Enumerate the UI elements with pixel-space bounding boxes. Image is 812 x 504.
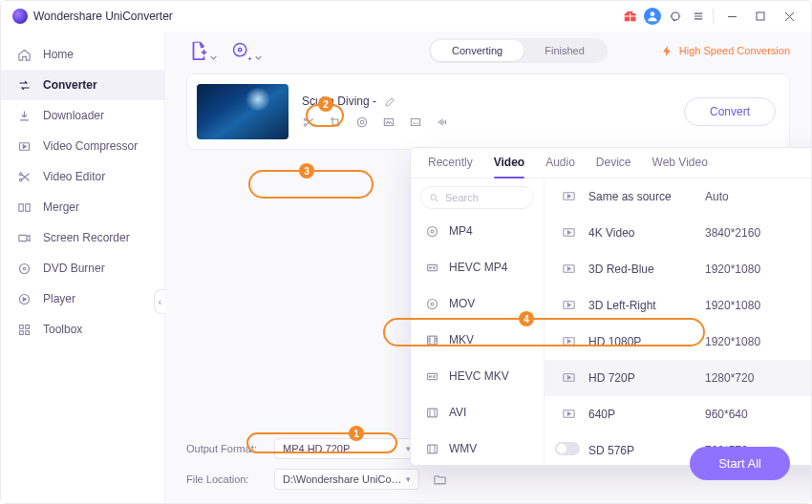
svg-rect-34 <box>427 409 437 417</box>
svg-point-9 <box>19 263 29 273</box>
add-dvd-button[interactable] <box>228 38 253 63</box>
window-close-button[interactable] <box>775 4 803 29</box>
format-dropdown-panel: Recently Video Audio Device Web Video Se… <box>410 147 811 466</box>
sidebar-item-merger[interactable]: Merger <box>1 192 164 222</box>
output-format-select[interactable]: MP4 HD 720P ▾ <box>274 438 419 459</box>
app-title: Wondershare UniConverter <box>33 10 173 23</box>
file-location-select[interactable]: D:\Wondershare UniConverter ▾ <box>274 469 419 490</box>
sidebar-item-converter[interactable]: Converter <box>1 70 164 100</box>
svg-rect-6 <box>18 203 22 211</box>
sidebar-item-toolbox[interactable]: Toolbox <box>1 314 164 345</box>
file-edit-tools <box>302 116 449 129</box>
svg-rect-12 <box>19 325 23 328</box>
sidebar-item-recorder[interactable]: Screen Recorder <box>1 222 164 253</box>
hevc-icon <box>424 368 439 384</box>
effect-icon[interactable] <box>355 116 369 129</box>
tab-audio[interactable]: Audio <box>545 156 575 178</box>
format-item-mov[interactable]: MOV <box>411 285 544 322</box>
crop-icon[interactable] <box>329 116 342 129</box>
sidebar-item-label: Converter <box>43 78 97 92</box>
start-all-button[interactable]: Start All <box>690 447 790 480</box>
tab-web-video[interactable]: Web Video <box>652 156 708 178</box>
format-category-tabs: Recently Video Audio Device Web Video <box>411 148 811 178</box>
format-item-mp4[interactable]: MP4 <box>411 213 544 249</box>
menu-icon[interactable] <box>688 6 709 27</box>
sidebar-item-dvd[interactable]: DVD Burner <box>1 253 164 284</box>
sidebar-collapse-button[interactable]: ‹ <box>154 289 165 314</box>
converter-icon <box>16 77 32 93</box>
scissors-icon <box>16 169 32 184</box>
svg-rect-35 <box>427 445 437 453</box>
sidebar-item-home[interactable]: Home <box>1 39 164 70</box>
annotation-badge-3: 3 <box>299 163 314 178</box>
watermark-icon[interactable] <box>382 116 395 129</box>
resolution-item[interactable]: 3D Red-Blue1920*1080 <box>545 251 811 287</box>
format-item-wmv[interactable]: WMV <box>411 430 544 465</box>
video-preset-icon <box>562 334 577 349</box>
grid-icon <box>16 322 32 337</box>
format-item-mkv[interactable]: MKV <box>411 322 544 358</box>
resolution-item-selected[interactable]: HD 720P1280*720 <box>545 360 811 396</box>
sidebar-item-compressor[interactable]: Video Compressor <box>1 131 164 161</box>
resolution-item[interactable]: 4K Video3840*2160 <box>545 215 811 251</box>
video-preset-icon <box>562 370 577 386</box>
video-thumbnail[interactable] <box>197 84 288 139</box>
tab-device[interactable]: Device <box>596 156 631 178</box>
svg-point-0 <box>651 11 655 16</box>
video-preset-icon <box>562 298 577 313</box>
video-preset-icon <box>562 189 577 204</box>
svg-rect-7 <box>25 203 29 211</box>
download-icon <box>16 108 32 123</box>
film-icon <box>424 441 439 456</box>
svg-point-20 <box>304 118 306 120</box>
merger-icon <box>16 200 32 215</box>
svg-rect-25 <box>411 119 419 126</box>
resolution-item[interactable]: Same as sourceAuto <box>545 178 811 215</box>
tab-recently[interactable]: Recently <box>428 156 473 178</box>
open-folder-icon[interactable] <box>433 472 447 487</box>
sidebar-item-label: Toolbox <box>43 323 82 336</box>
resolution-item[interactable]: 3D Left-Right1920*1080 <box>545 287 811 324</box>
tab-finished[interactable]: Finished <box>524 40 606 61</box>
svg-rect-2 <box>757 12 764 20</box>
file-title: Scuba Diving - <box>302 94 449 108</box>
format-item-hevc-mp4[interactable]: HEVC MP4 <box>411 249 544 285</box>
convert-button[interactable]: Convert <box>684 97 776 126</box>
merge-files-toggle[interactable] <box>555 442 580 455</box>
sidebar-item-player[interactable]: Player <box>1 284 164 314</box>
add-file-button[interactable] <box>186 38 211 63</box>
svg-point-27 <box>427 226 437 236</box>
sidebar-item-editor[interactable]: Video Editor <box>1 161 164 192</box>
account-avatar-icon[interactable] <box>642 6 663 27</box>
window-maximize-button[interactable] <box>746 4 775 29</box>
disc-icon <box>424 223 439 239</box>
rename-icon[interactable] <box>384 95 396 108</box>
svg-point-21 <box>304 124 306 126</box>
svg-point-22 <box>357 117 366 126</box>
sidebar-item-downloader[interactable]: Downloader <box>1 100 164 131</box>
support-icon[interactable] <box>665 6 686 27</box>
window-minimize-button[interactable] <box>717 4 746 29</box>
video-preset-icon <box>562 407 577 422</box>
trim-icon[interactable] <box>302 116 315 129</box>
sidebar-item-label: Video Editor <box>43 170 105 183</box>
search-icon <box>429 193 439 203</box>
tab-converting[interactable]: Converting <box>431 40 524 61</box>
resolution-item[interactable]: HD 1080P1920*1080 <box>545 324 811 360</box>
gift-icon[interactable] <box>619 6 640 27</box>
format-item-avi[interactable]: AVI <box>411 394 544 430</box>
titlebar: Wondershare UniConverter <box>1 1 811 32</box>
svg-point-18 <box>239 49 242 52</box>
audio-icon[interactable] <box>436 116 449 129</box>
sidebar-item-label: DVD Burner <box>43 262 105 275</box>
resolution-item[interactable]: 640P960*640 <box>545 396 811 432</box>
svg-rect-8 <box>18 235 26 241</box>
format-item-hevc-mkv[interactable]: HEVC MKV <box>411 358 544 394</box>
subtitle-icon[interactable] <box>409 116 422 129</box>
tab-video[interactable]: Video <box>494 156 524 178</box>
sidebar-item-label: Downloader <box>43 109 104 122</box>
format-search-input[interactable]: Search <box>420 186 534 209</box>
svg-point-30 <box>427 299 437 308</box>
high-speed-conversion-label[interactable]: High Speed Conversion <box>661 45 790 57</box>
lightning-icon <box>661 45 673 57</box>
